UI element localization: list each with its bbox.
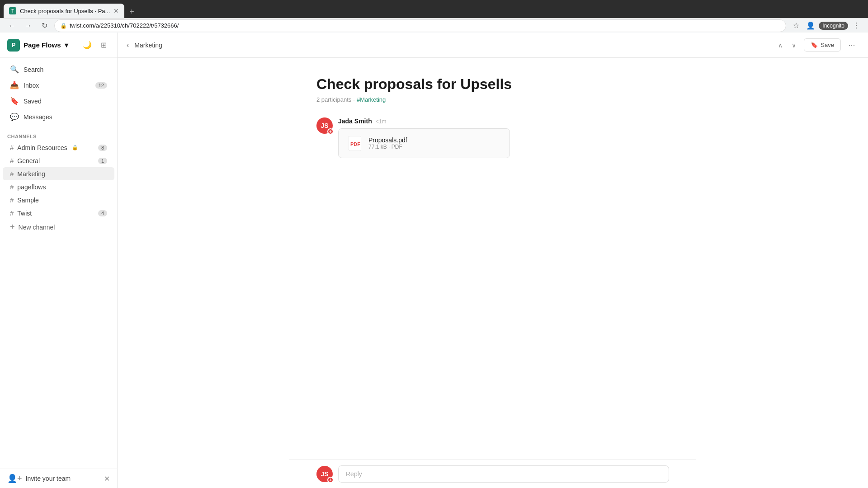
invite-team-button[interactable]: 👤+ Invite your team ✕ [0, 469, 117, 488]
avatar: JS + [316, 117, 333, 134]
message-time: <1m [376, 118, 387, 125]
avatar-plus-icon: + [327, 128, 334, 135]
channel-sample[interactable]: # Sample [3, 193, 114, 206]
channel-label: General [17, 157, 40, 164]
meta-dot: · [353, 96, 355, 103]
add-channel-button[interactable]: + New channel [3, 220, 114, 235]
new-tab-button[interactable]: + [125, 5, 138, 18]
browser-tabs: T Check proposals for Upsells · Pa... ✕ … [0, 0, 868, 18]
nav-arrows: ∧ ∨ [774, 39, 800, 52]
channel-label: pageflows [17, 183, 46, 191]
plus-icon: + [10, 222, 15, 232]
svg-text:PDF: PDF [350, 141, 360, 147]
attachment[interactable]: PDF Proposals.pdf 77.1 kB · PDF [338, 128, 510, 158]
toolbar-actions: ☆ 👤 Incognito ⋮ [790, 19, 863, 32]
tab-favicon: T [9, 7, 16, 14]
hash-icon: # [10, 209, 14, 217]
channel-general[interactable]: # General 1 [3, 154, 114, 167]
channel-link[interactable]: #Marketing [357, 96, 386, 103]
invite-team-close-button[interactable]: ✕ [104, 474, 110, 483]
search-icon: 🔍 [10, 65, 19, 74]
pdf-icon: PDF [347, 135, 363, 151]
profile-icon[interactable]: 👤 [804, 19, 817, 32]
messages-icon: 💬 [10, 113, 19, 121]
attachment-info: Proposals.pdf 77.1 kB · PDF [368, 136, 407, 150]
hash-icon: # [10, 183, 14, 191]
hash-icon: # [10, 196, 14, 204]
message-author: Jada Smith [338, 117, 372, 125]
inbox-badge: 12 [95, 82, 107, 89]
workspace-label: Page Flows [24, 41, 61, 49]
hash-icon: # [10, 157, 14, 164]
save-button[interactable]: 🔖 Save [804, 38, 841, 52]
workspace-chevron: ▾ [65, 41, 68, 49]
channel-marketing[interactable]: # Marketing [3, 167, 114, 180]
extensions-icon[interactable]: ⋮ [850, 19, 863, 32]
prev-thread-button[interactable]: ∧ [774, 39, 787, 52]
attachment-meta: 77.1 kB · PDF [368, 144, 407, 150]
sidebar-nav: 🔍 Search 📥 Inbox 12 🔖 Saved 💬 Messages [0, 58, 117, 128]
reply-avatar: JS + [316, 466, 333, 482]
hash-icon: # [10, 144, 14, 151]
nav-item-saved[interactable]: 🔖 Saved [3, 93, 114, 109]
message-content: Jada Smith <1m PDF Proposals.pdf [338, 117, 669, 158]
browser-toolbar: ← → ↻ 🔒 twist.com/a/225310/ch/702222/t/5… [0, 18, 868, 33]
incognito-button[interactable]: Incognito [819, 22, 848, 30]
breadcrumb: Marketing [134, 42, 162, 49]
back-button[interactable]: ‹ [127, 41, 129, 49]
thread-container: Check proposals for Upsells 2 participan… [289, 58, 696, 460]
url-text: twist.com/a/225310/ch/702222/t/5732666/ [70, 22, 179, 29]
active-tab[interactable]: T Check proposals for Upsells · Pa... ✕ [4, 4, 124, 18]
thread-title: Check proposals for Upsells [316, 76, 669, 93]
channel-pageflows[interactable]: # pageflows [3, 180, 114, 193]
theme-toggle-button[interactable]: 🌙 [81, 39, 94, 52]
channel-admin-resources[interactable]: # Admin Resources 🔒 8 [3, 141, 114, 154]
channel-twist[interactable]: # Twist 4 [3, 206, 114, 220]
next-thread-button[interactable]: ∨ [788, 39, 800, 52]
messages-label: Messages [24, 113, 52, 121]
back-button[interactable]: ← [5, 19, 18, 32]
layout-button[interactable]: ⊞ [97, 39, 110, 52]
sidebar: P Page Flows ▾ 🌙 ⊞ 🔍 Search 📥 Inbox 12 🔖 [0, 33, 118, 488]
attachment-name: Proposals.pdf [368, 136, 407, 144]
refresh-button[interactable]: ↻ [38, 19, 51, 32]
bookmark-icon: 🔖 [811, 42, 818, 48]
channel-label: Sample [17, 197, 38, 204]
invite-icon: 👤+ [7, 474, 22, 483]
workspace-name[interactable]: P Page Flows ▾ [7, 39, 68, 52]
channel-badge: 4 [98, 210, 107, 216]
participants-count: 2 participants [316, 96, 351, 103]
saved-label: Saved [24, 98, 42, 105]
nav-item-messages[interactable]: 💬 Messages [3, 109, 114, 125]
reply-area: JS + Reply [289, 460, 696, 488]
channels-section-title: Channels [0, 128, 117, 141]
channel-label: Twist [17, 210, 32, 217]
main-header: ‹ Marketing ∧ ∨ 🔖 Save ··· [118, 33, 868, 58]
address-bar[interactable]: 🔒 twist.com/a/225310/ch/702222/t/5732666… [54, 19, 786, 32]
save-label: Save [821, 42, 834, 48]
forward-button[interactable]: → [22, 19, 34, 32]
lock-icon: 🔒 [72, 145, 78, 150]
nav-item-inbox[interactable]: 📥 Inbox 12 [3, 77, 114, 93]
workspace-avatar: P [7, 39, 20, 52]
add-channel-label: New channel [19, 224, 55, 231]
tab-close-button[interactable]: ✕ [113, 7, 119, 14]
bookmark-icon[interactable]: ☆ [790, 19, 802, 32]
inbox-icon: 📥 [10, 81, 19, 89]
message-header: Jada Smith <1m [338, 117, 669, 125]
channel-badge: 1 [98, 158, 107, 164]
tab-title: Check proposals for Upsells · Pa... [20, 8, 110, 14]
search-label: Search [24, 66, 43, 73]
channel-label: Marketing [17, 170, 45, 178]
more-options-button[interactable]: ··· [844, 38, 859, 52]
channel-badge: 8 [98, 145, 107, 151]
message: JS + Jada Smith <1m PDF [316, 117, 669, 158]
reply-input[interactable]: Reply [338, 465, 669, 483]
nav-item-search[interactable]: 🔍 Search [3, 61, 114, 77]
thread-meta: 2 participants · #Marketing [316, 96, 669, 103]
invite-team-label: Invite your team [26, 475, 71, 482]
browser-chrome: T Check proposals for Upsells · Pa... ✕ … [0, 0, 868, 33]
lock-icon: 🔒 [60, 23, 67, 29]
header-actions: ∧ ∨ 🔖 Save ··· [774, 38, 859, 52]
avatar-plus-icon: + [327, 477, 334, 483]
